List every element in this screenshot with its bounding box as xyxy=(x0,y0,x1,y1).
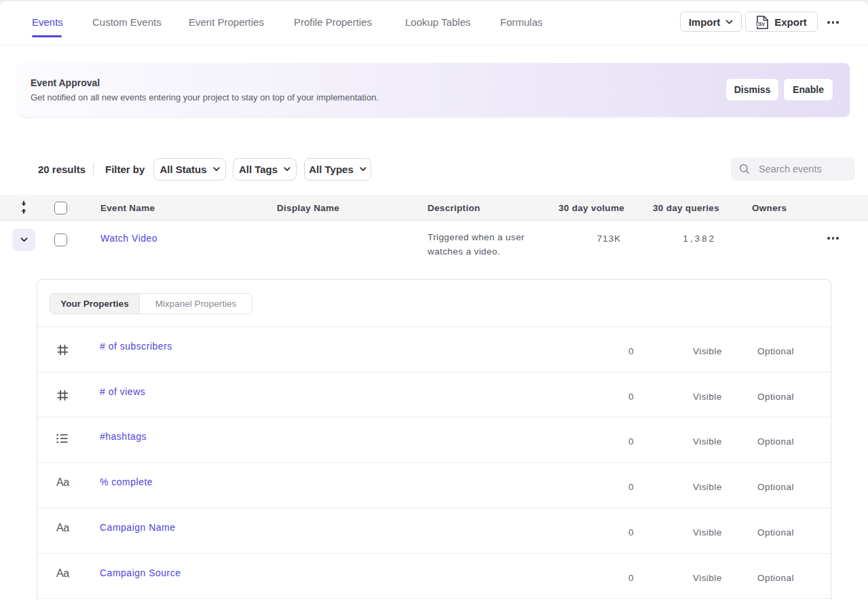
svg-text:CSV: CSV xyxy=(756,22,766,26)
